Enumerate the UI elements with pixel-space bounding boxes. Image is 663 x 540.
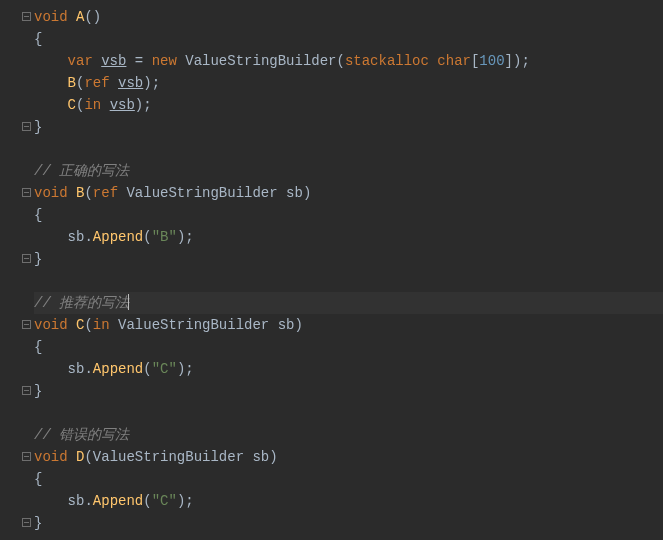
fold-open-icon[interactable] bbox=[22, 320, 32, 330]
code-line[interactable] bbox=[34, 138, 663, 160]
code-token: void bbox=[34, 449, 76, 465]
code-token: ; bbox=[185, 361, 193, 377]
code-token: "C" bbox=[152, 361, 177, 377]
fold-open-icon[interactable] bbox=[22, 188, 32, 198]
code-token: ref bbox=[84, 75, 118, 91]
code-token: ( bbox=[84, 449, 92, 465]
code-line[interactable]: B(ref vsb); bbox=[34, 72, 663, 94]
code-token: ( bbox=[143, 493, 151, 509]
code-token: // 正确的写法 bbox=[34, 163, 129, 179]
code-token: vsb bbox=[118, 75, 143, 91]
code-line[interactable]: sb.Append("C"); bbox=[34, 490, 663, 512]
code-token: 100 bbox=[479, 53, 504, 69]
code-token: { bbox=[34, 207, 42, 223]
code-token: ; bbox=[521, 53, 529, 69]
code-line[interactable] bbox=[34, 402, 663, 424]
text-caret bbox=[128, 294, 129, 310]
code-token: ( bbox=[143, 229, 151, 245]
code-token: stackalloc bbox=[345, 53, 437, 69]
code-line[interactable]: void D(ValueStringBuilder sb) bbox=[34, 446, 663, 468]
code-token: ; bbox=[152, 75, 160, 91]
code-token: void bbox=[34, 185, 76, 201]
code-token: new bbox=[152, 53, 186, 69]
code-token: C bbox=[68, 97, 76, 113]
fold-close-icon[interactable] bbox=[22, 386, 32, 396]
code-line[interactable]: var vsb = new ValueStringBuilder(stackal… bbox=[34, 50, 663, 72]
code-line[interactable]: } bbox=[34, 248, 663, 270]
code-token: ] bbox=[505, 53, 513, 69]
code-line[interactable]: // 错误的写法 bbox=[34, 424, 663, 446]
code-line[interactable]: { bbox=[34, 336, 663, 358]
code-token: ( bbox=[84, 317, 92, 333]
code-token: . bbox=[84, 361, 92, 377]
code-line[interactable]: sb.Append("C"); bbox=[34, 358, 663, 380]
code-token: . bbox=[84, 493, 92, 509]
code-token: { bbox=[34, 339, 42, 355]
code-line[interactable]: } bbox=[34, 380, 663, 402]
code-token: var bbox=[68, 53, 102, 69]
code-line[interactable]: } bbox=[34, 512, 663, 534]
code-token: ValueStringBuilder bbox=[126, 185, 286, 201]
code-line[interactable]: { bbox=[34, 28, 663, 50]
code-line[interactable]: { bbox=[34, 204, 663, 226]
code-token: sb bbox=[68, 493, 85, 509]
code-token: ) bbox=[135, 97, 143, 113]
code-token: ) bbox=[269, 449, 277, 465]
code-token: in bbox=[93, 317, 118, 333]
code-token: ValueStringBuilder bbox=[185, 53, 336, 69]
code-line[interactable]: } bbox=[34, 116, 663, 138]
code-token: ValueStringBuilder bbox=[118, 317, 278, 333]
code-token: in bbox=[84, 97, 109, 113]
code-token: ( bbox=[337, 53, 345, 69]
code-token: sb bbox=[68, 361, 85, 377]
fold-open-icon[interactable] bbox=[22, 452, 32, 462]
code-token: ( bbox=[84, 9, 92, 25]
code-editor[interactable]: void A(){ var vsb = new ValueStringBuild… bbox=[0, 0, 663, 534]
code-token: sb bbox=[278, 317, 295, 333]
code-token: ; bbox=[185, 229, 193, 245]
code-line[interactable]: { bbox=[34, 468, 663, 490]
code-token: ; bbox=[185, 493, 193, 509]
code-token: } bbox=[34, 383, 42, 399]
fold-close-icon[interactable] bbox=[22, 122, 32, 132]
code-token: Append bbox=[93, 493, 143, 509]
code-line[interactable]: void B(ref ValueStringBuilder sb) bbox=[34, 182, 663, 204]
code-token: ) bbox=[143, 75, 151, 91]
code-line[interactable]: // 推荐的写法 bbox=[34, 292, 663, 314]
code-line[interactable] bbox=[34, 270, 663, 292]
code-token: // 错误的写法 bbox=[34, 427, 129, 443]
code-line[interactable]: void A() bbox=[34, 6, 663, 28]
code-token: // 推荐的写法 bbox=[34, 295, 129, 311]
code-token: Append bbox=[93, 361, 143, 377]
code-line[interactable]: void C(in ValueStringBuilder sb) bbox=[34, 314, 663, 336]
code-token: sb bbox=[68, 229, 85, 245]
code-token: vsb bbox=[101, 53, 126, 69]
code-token: } bbox=[34, 251, 42, 267]
code-token: sb bbox=[286, 185, 303, 201]
code-token: B bbox=[68, 75, 76, 91]
code-token: sb bbox=[252, 449, 269, 465]
code-token: ) bbox=[303, 185, 311, 201]
code-token: void bbox=[34, 9, 76, 25]
fold-close-icon[interactable] bbox=[22, 518, 32, 528]
code-token: Append bbox=[93, 229, 143, 245]
code-token: ValueStringBuilder bbox=[93, 449, 253, 465]
code-line[interactable]: C(in vsb); bbox=[34, 94, 663, 116]
fold-gutter bbox=[0, 6, 34, 540]
code-token: ( bbox=[143, 361, 151, 377]
code-line[interactable]: sb.Append("B"); bbox=[34, 226, 663, 248]
code-token: ) bbox=[93, 9, 101, 25]
fold-open-icon[interactable] bbox=[22, 12, 32, 22]
code-token: "C" bbox=[152, 493, 177, 509]
code-token: ) bbox=[295, 317, 303, 333]
code-token: . bbox=[84, 229, 92, 245]
fold-close-icon[interactable] bbox=[22, 254, 32, 264]
code-token: "B" bbox=[152, 229, 177, 245]
code-token: { bbox=[34, 471, 42, 487]
code-token: void bbox=[34, 317, 76, 333]
code-token: ( bbox=[84, 185, 92, 201]
code-token: char bbox=[437, 53, 471, 69]
code-area[interactable]: void A(){ var vsb = new ValueStringBuild… bbox=[34, 6, 663, 534]
code-token: vsb bbox=[110, 97, 135, 113]
code-line[interactable]: // 正确的写法 bbox=[34, 160, 663, 182]
